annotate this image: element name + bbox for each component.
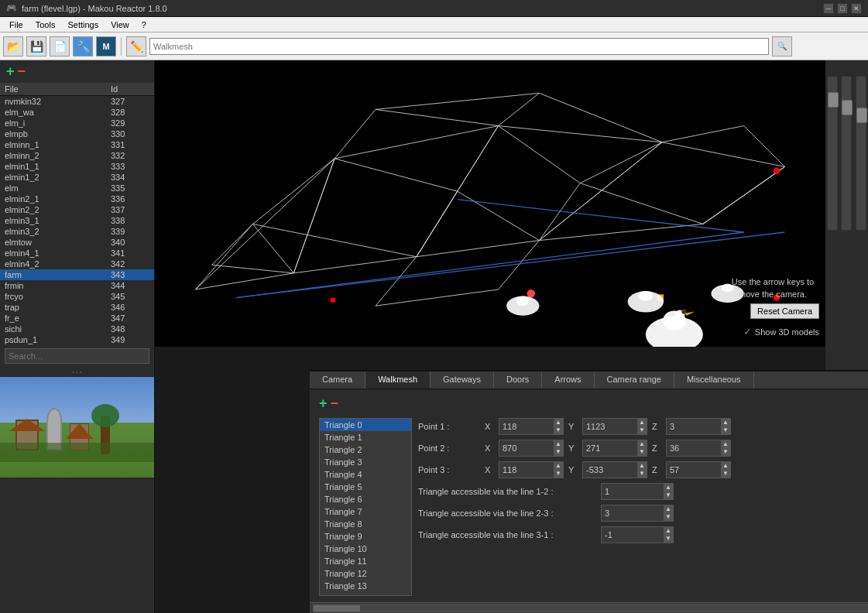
menu-help[interactable]: ?	[136, 19, 153, 31]
file-row[interactable]: elmin4_2342	[0, 259, 154, 269]
triangle-row[interactable]: Triangle 1	[320, 431, 411, 443]
triangle-row[interactable]: Triangle 12	[320, 567, 411, 580]
tab-camera-range[interactable]: Camera range	[595, 372, 674, 389]
vertical-slider-2[interactable]	[841, 76, 852, 231]
triangle-list[interactable]: Triangle 0 Triangle 1 Triangle 2 Triangl…	[319, 418, 412, 596]
accessible-12-down[interactable]: ▼	[664, 491, 673, 499]
toolbar-search-input[interactable]	[149, 38, 769, 55]
file-row[interactable]: frmin344	[0, 280, 154, 291]
maximize-button[interactable]: □	[837, 3, 848, 14]
file-row[interactable]: elmin1_1333	[0, 161, 154, 172]
triangle-row[interactable]: Triangle 9	[320, 530, 411, 543]
file-row[interactable]: elmin4_1341	[0, 248, 154, 259]
point3-y-down[interactable]: ▼	[637, 470, 647, 478]
tab-camera[interactable]: Camera	[310, 372, 365, 389]
point1-x-up[interactable]: ▲	[554, 419, 563, 426]
show-3d-models-toggle[interactable]: ✓ Show 3D models	[743, 326, 819, 337]
3d-viewport[interactable]: Use the arrow keys to move the camera. R…	[155, 60, 825, 347]
point2-x-down[interactable]: ▼	[554, 448, 563, 456]
slider-thumb-2[interactable]	[842, 100, 853, 115]
point2-x-input[interactable]	[499, 440, 554, 456]
point3-x-input[interactable]	[499, 462, 554, 478]
minimize-button[interactable]: ─	[823, 3, 834, 14]
search-input[interactable]	[5, 348, 149, 364]
point1-y-up[interactable]: ▲	[637, 419, 647, 426]
title-bar-controls[interactable]: ─ □ ✕	[823, 3, 862, 14]
accessible-12-up[interactable]: ▲	[664, 484, 673, 491]
accessible-23-input[interactable]	[602, 505, 664, 521]
scrollbar-thumb[interactable]	[314, 605, 360, 611]
point2-y-down[interactable]: ▼	[637, 448, 647, 456]
triangle-row[interactable]: Triangle 8	[320, 518, 411, 530]
point2-x-up[interactable]: ▲	[554, 440, 563, 448]
toolbar-save-button[interactable]: 💾	[26, 36, 46, 57]
file-row[interactable]: elmin2_1336	[0, 193, 154, 204]
toolbar-makou-button[interactable]: M	[96, 36, 116, 57]
toolbar-new-button[interactable]: 📄	[50, 36, 70, 57]
point2-y-input[interactable]	[583, 440, 637, 456]
remove-file-button[interactable]: −	[18, 63, 26, 80]
point3-x-up[interactable]: ▲	[554, 462, 563, 470]
file-row[interactable]: frcyo345	[0, 291, 154, 302]
file-row[interactable]: elm_wa328	[0, 107, 154, 118]
point2-z-down[interactable]: ▼	[721, 448, 730, 456]
point2-y-up[interactable]: ▲	[637, 440, 647, 448]
toolbar-search-button[interactable]: 🔍	[772, 36, 792, 57]
file-row[interactable]: sichi348	[0, 324, 154, 334]
menu-view[interactable]: View	[105, 19, 136, 31]
menu-settings[interactable]: Settings	[61, 19, 105, 31]
point3-x-down[interactable]: ▼	[554, 470, 563, 478]
point3-z-input[interactable]	[667, 462, 721, 478]
triangle-row[interactable]: Triangle 11	[320, 555, 411, 567]
point2-z-up[interactable]: ▲	[721, 440, 730, 448]
vertical-slider-1[interactable]	[827, 76, 838, 231]
file-row[interactable]: fr_e347	[0, 313, 154, 324]
file-row[interactable]: elmpb330	[0, 128, 154, 139]
file-row[interactable]: elmtow340	[0, 237, 154, 248]
triangle-row[interactable]: Triangle 14	[320, 592, 411, 596]
point1-y-input[interactable]	[583, 419, 637, 434]
triangle-row[interactable]: Triangle 3	[320, 456, 411, 468]
tab-doors[interactable]: Doors	[494, 372, 542, 389]
slider-thumb-3[interactable]	[856, 108, 867, 123]
menu-tools[interactable]: Tools	[29, 19, 62, 31]
point3-y-input[interactable]	[583, 462, 637, 478]
toolbar-tool1-button[interactable]: 🔧	[73, 36, 93, 57]
point1-z-down[interactable]: ▼	[721, 426, 730, 434]
toolbar-open-button[interactable]: 📂	[3, 36, 23, 57]
point3-z-up[interactable]: ▲	[721, 462, 730, 470]
accessible-31-input[interactable]	[602, 527, 664, 543]
tab-gateways[interactable]: Gateways	[431, 372, 494, 389]
file-row-selected[interactable]: farm343	[0, 269, 154, 280]
tab-walkmesh[interactable]: Walkmesh	[365, 372, 431, 389]
triangle-row[interactable]: Triangle 5	[320, 481, 411, 493]
triangle-row[interactable]: Triangle 6	[320, 493, 411, 505]
toolbar-tool2-button[interactable]: ✏️	[126, 36, 146, 57]
walkmesh-remove-button[interactable]: −	[331, 396, 339, 412]
file-row[interactable]: elminn_1331	[0, 139, 154, 150]
vertical-slider-3[interactable]	[856, 76, 866, 231]
tab-miscellaneous[interactable]: Miscellaneous	[674, 372, 754, 389]
accessible-23-down[interactable]: ▼	[664, 513, 673, 521]
file-row[interactable]: elminn_2332	[0, 150, 154, 161]
menu-file[interactable]: File	[3, 19, 29, 31]
point1-x-input[interactable]	[499, 419, 554, 434]
file-row[interactable]: elm335	[0, 183, 154, 193]
file-row[interactable]: elmin2_2337	[0, 204, 154, 215]
file-row[interactable]: nvmkin32327	[0, 96, 154, 107]
triangle-row[interactable]: Triangle 13	[320, 580, 411, 592]
accessible-23-up[interactable]: ▲	[664, 505, 673, 513]
triangle-row[interactable]: Triangle 4	[320, 468, 411, 481]
accessible-12-input[interactable]	[602, 484, 664, 499]
accessible-31-down[interactable]: ▼	[664, 535, 673, 543]
scrollbar-track[interactable]	[313, 604, 868, 612]
triangle-row[interactable]: Triangle 7	[320, 505, 411, 518]
walkmesh-add-button[interactable]: +	[319, 396, 328, 412]
file-row[interactable]: elmin3_1338	[0, 215, 154, 226]
point2-z-input[interactable]	[667, 440, 721, 456]
slider-thumb-1[interactable]	[828, 92, 839, 108]
point1-z-up[interactable]: ▲	[721, 419, 730, 426]
triangle-row[interactable]: Triangle 2	[320, 443, 411, 456]
file-row[interactable]: elmin1_2334	[0, 172, 154, 183]
point1-y-down[interactable]: ▼	[637, 426, 647, 434]
